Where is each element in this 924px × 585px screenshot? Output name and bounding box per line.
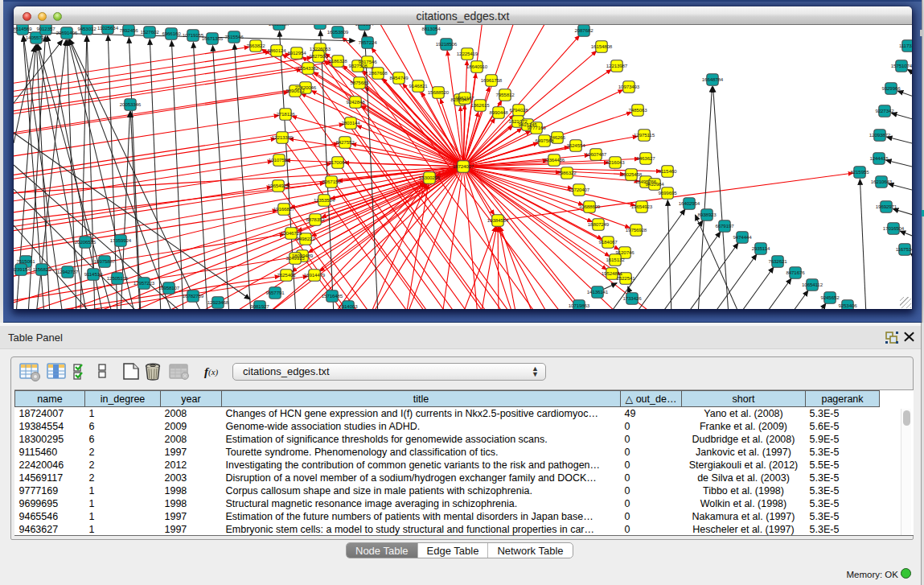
svg-text:8914003: 8914003 [339, 303, 358, 309]
svg-text:9890612: 9890612 [285, 88, 305, 93]
svg-text:19654923: 19654923 [631, 204, 653, 209]
svg-text:10654112: 10654112 [802, 282, 823, 287]
svg-text:8938923: 8938923 [697, 212, 717, 217]
svg-text:16543382: 16543382 [298, 65, 319, 71]
svg-text:2803144: 2803144 [341, 120, 360, 126]
svg-text:9962167: 9962167 [455, 95, 474, 101]
svg-text:17957223: 17957223 [133, 280, 155, 286]
svg-text:7955812: 7955812 [495, 92, 515, 97]
svg-text:7986322: 7986322 [557, 170, 577, 175]
svg-text:1615132: 1615132 [606, 257, 625, 262]
svg-text:10046726: 10046726 [281, 230, 302, 236]
svg-text:1881304: 1881304 [355, 25, 374, 27]
svg-text:9120746: 9120746 [615, 249, 634, 255]
svg-text:1117334: 1117334 [899, 43, 912, 48]
svg-text:8878352: 8878352 [306, 216, 325, 222]
svg-text:7485063: 7485063 [628, 107, 647, 113]
svg-text:9410984: 9410984 [645, 181, 664, 187]
svg-text:18807249: 18807249 [588, 221, 610, 227]
svg-text:(x): (x) [208, 367, 219, 377]
svg-text:2087682: 2087682 [574, 27, 593, 33]
svg-text:10973493: 10973493 [618, 84, 640, 89]
svg-text:10975887: 10975887 [94, 258, 116, 264]
svg-text:18640910: 18640910 [466, 64, 488, 69]
svg-text:9317546: 9317546 [358, 59, 377, 64]
svg-text:9114519: 9114519 [84, 271, 103, 277]
svg-text:8860124: 8860124 [267, 47, 286, 53]
svg-text:9463627: 9463627 [636, 155, 655, 161]
svg-text:16154808: 16154808 [591, 43, 613, 49]
svg-text:2935114: 2935114 [752, 245, 770, 251]
svg-text:9184067: 9184067 [598, 239, 618, 245]
svg-text:2170064: 2170064 [328, 159, 347, 165]
svg-text:19692971: 19692971 [876, 204, 897, 209]
svg-text:10653287: 10653287 [269, 25, 290, 27]
svg-text:13226053: 13226053 [310, 46, 331, 51]
svg-text:2867608: 2867608 [368, 70, 388, 76]
svg-text:8990448: 8990448 [489, 109, 508, 115]
svg-text:12505135: 12505135 [107, 275, 129, 281]
svg-text:12225419: 12225419 [457, 51, 478, 56]
svg-text:19384554: 19384554 [487, 217, 509, 223]
svg-text:7625402: 7625402 [277, 272, 296, 278]
svg-text:7632621: 7632621 [768, 258, 787, 264]
svg-text:9146821: 9146821 [409, 83, 428, 89]
svg-text:9329966: 9329966 [881, 85, 901, 91]
svg-text:1156829: 1156829 [33, 266, 51, 272]
svg-text:9657791: 9657791 [265, 290, 285, 295]
svg-text:1733426: 1733426 [622, 295, 642, 301]
svg-text:8454749: 8454749 [389, 75, 409, 80]
svg-text:746266: 746266 [549, 134, 565, 140]
svg-text:6794028: 6794028 [509, 107, 528, 113]
svg-text:6679197: 6679197 [715, 223, 734, 229]
svg-text:9245652: 9245652 [820, 295, 840, 300]
svg-text:10688609: 10688609 [579, 204, 601, 209]
svg-text:10025458: 10025458 [621, 171, 643, 177]
svg-text:8912954: 8912954 [287, 50, 306, 56]
svg-text:16210643: 16210643 [871, 179, 893, 184]
svg-text:8427552: 8427552 [335, 139, 355, 145]
svg-text:7663822: 7663822 [246, 43, 265, 48]
svg-text:9777169: 9777169 [527, 125, 546, 130]
svg-text:16402954: 16402954 [679, 200, 700, 206]
svg-text:2718126: 2718126 [276, 111, 295, 117]
svg-text:6966160: 6966160 [162, 31, 181, 36]
svg-text:20053346: 20053346 [120, 101, 142, 107]
svg-text:15688520: 15688520 [428, 89, 450, 95]
svg-text:18300295: 18300295 [419, 175, 441, 180]
svg-text:8215955: 8215955 [850, 169, 869, 175]
svg-text:16053809: 16053809 [327, 29, 349, 35]
svg-text:11353594: 11353594 [314, 197, 335, 203]
svg-text:9012357: 9012357 [36, 26, 55, 31]
svg-text:12923468: 12923468 [207, 299, 229, 305]
svg-text:7515061: 7515061 [16, 258, 35, 264]
svg-text:5875685: 5875685 [350, 80, 369, 85]
svg-text:9242848: 9242848 [346, 99, 365, 105]
svg-text:10719863: 10719863 [569, 303, 590, 308]
svg-text:17016504: 17016504 [883, 225, 905, 231]
svg-text:12093872: 12093872 [869, 132, 891, 138]
svg-text:9498222: 9498222 [296, 236, 315, 241]
svg-text:9827500: 9827500 [309, 53, 328, 59]
svg-text:10607487: 10607487 [585, 151, 607, 157]
svg-text:9227342: 9227342 [875, 108, 894, 113]
svg-text:12213987: 12213987 [606, 63, 628, 68]
svg-text:9474444: 9474444 [733, 234, 752, 240]
svg-text:12213389: 12213389 [272, 134, 294, 140]
svg-text:15716485: 15716485 [322, 293, 343, 299]
svg-text:7892456: 7892456 [119, 27, 138, 33]
svg-text:8239154: 8239154 [14, 266, 31, 272]
svg-text:8514569: 8514569 [14, 26, 32, 31]
svg-text:9453012: 9453012 [77, 26, 97, 31]
svg-text:18724007: 18724007 [453, 163, 474, 169]
svg-text:10958107: 10958107 [158, 285, 180, 290]
svg-text:8471676: 8471676 [786, 270, 805, 275]
svg-text:8186328: 8186328 [328, 58, 347, 64]
svg-text:19166827: 19166827 [273, 206, 295, 212]
svg-text:1244415: 1244415 [869, 155, 889, 161]
svg-text:16961758: 16961758 [481, 77, 503, 83]
svg-text:19654925: 19654925 [268, 183, 290, 188]
svg-text:16782759: 16782759 [183, 293, 204, 299]
svg-text:9253406: 9253406 [838, 303, 857, 308]
svg-text:15720407: 15720407 [569, 187, 590, 192]
